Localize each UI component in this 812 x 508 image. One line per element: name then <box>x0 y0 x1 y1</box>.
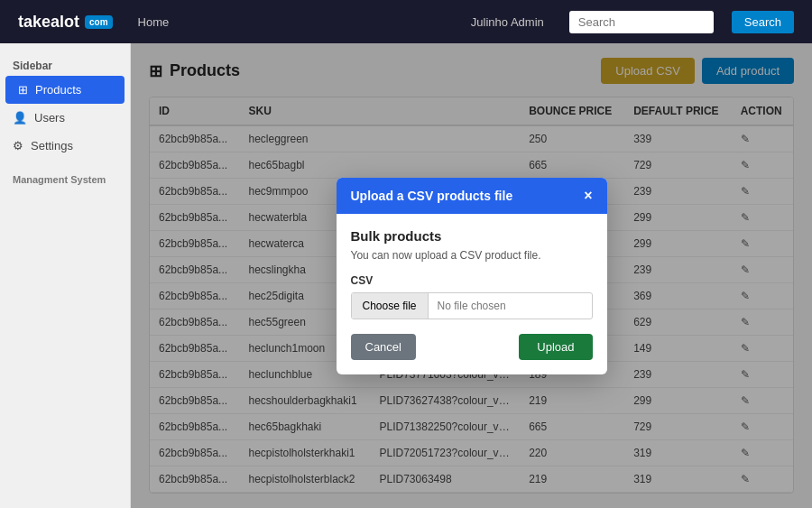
modal-header-title: Upload a CSV products file <box>351 189 513 203</box>
modal-header: Upload a CSV products file × <box>337 178 607 214</box>
modal-close-button[interactable]: × <box>584 189 592 203</box>
upload-button[interactable]: Upload <box>519 334 592 360</box>
sidebar-title: Sidebar <box>0 52 130 76</box>
modal-description: You can now upload a CSV product file. <box>351 249 593 262</box>
sidebar-bottom-title: Managment System <box>0 160 130 189</box>
modal-footer: Cancel Upload <box>351 334 593 360</box>
content-area: ⊞ Products Upload CSV Add product ID SKU… <box>131 43 812 508</box>
sidebar-item-settings[interactable]: ⚙ Settings <box>0 132 130 160</box>
sidebar-item-products[interactable]: ⊞ Products <box>5 76 125 104</box>
settings-icon: ⚙ <box>13 139 23 152</box>
topnav: takealot com Home Julinho Admin Search <box>0 0 812 43</box>
modal-section-title: Bulk products <box>351 228 593 244</box>
cancel-button[interactable]: Cancel <box>351 334 416 360</box>
file-name-display: No file chosen <box>429 293 592 319</box>
choose-file-button[interactable]: Choose file <box>352 293 429 319</box>
sidebar-item-users-label: Users <box>34 111 65 125</box>
sidebar-item-products-label: Products <box>35 83 81 97</box>
users-icon: 👤 <box>13 111 27 125</box>
search-input[interactable] <box>569 11 714 33</box>
file-input-row: Choose file No file chosen <box>351 292 593 319</box>
logo-badge: com <box>85 15 113 29</box>
logo-area: takealot com <box>18 13 113 32</box>
admin-name: Julinho Admin <box>471 15 544 29</box>
logo-text: takealot <box>18 13 79 32</box>
upload-csv-modal: Upload a CSV products file × Bulk produc… <box>337 178 607 374</box>
nav-home-link[interactable]: Home <box>138 15 170 29</box>
modal-overlay: Upload a CSV products file × Bulk produc… <box>131 43 812 508</box>
search-button[interactable]: Search <box>732 11 794 33</box>
main-layout: Sidebar ⊞ Products 👤 Users ⚙ Settings Ma… <box>0 43 812 508</box>
sidebar-item-settings-label: Settings <box>31 139 73 152</box>
modal-body: Bulk products You can now upload a CSV p… <box>337 214 607 374</box>
sidebar: Sidebar ⊞ Products 👤 Users ⚙ Settings Ma… <box>0 43 131 508</box>
csv-label: CSV <box>351 274 593 287</box>
sidebar-item-users[interactable]: 👤 Users <box>0 104 130 132</box>
products-icon: ⊞ <box>18 83 28 97</box>
